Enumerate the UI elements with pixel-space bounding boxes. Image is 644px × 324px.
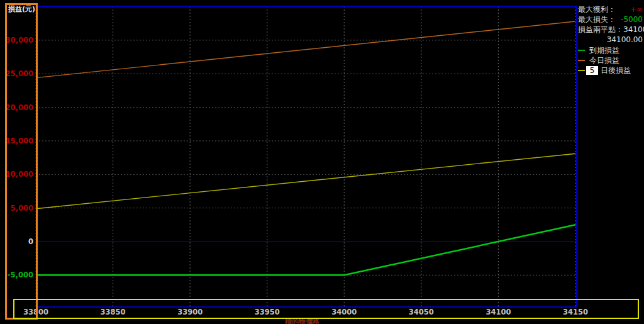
legend-entry-today-pl: 今日損益 bbox=[578, 55, 643, 65]
legend-entry-future-pl: 日後損益 bbox=[578, 65, 643, 75]
stat-row-max-profit: 最大獲利： +∞ bbox=[578, 4, 643, 14]
series-5日後損益 bbox=[36, 154, 575, 208]
future-pl-label: 日後損益 bbox=[601, 65, 631, 76]
legend-entries: 到期損益 今日損益 日後損益 bbox=[578, 45, 643, 75]
future-line-marker-icon bbox=[578, 70, 585, 71]
series-今日損益 bbox=[36, 21, 575, 78]
max-loss-value: -5000 bbox=[621, 14, 643, 25]
max-profit-value: +∞ bbox=[630, 4, 643, 14]
days-input[interactable] bbox=[586, 66, 598, 75]
legend-panel: 最大獲利： +∞ 最大損失： -5000 損益兩平點： 34100 34100.… bbox=[578, 4, 643, 75]
stat-row-breakeven: 損益兩平點： 34100 bbox=[578, 25, 643, 35]
max-profit-label: 最大獲利： bbox=[578, 4, 616, 14]
today-pl-label: 今日損益 bbox=[589, 55, 619, 66]
expiry-pl-label: 到期損益 bbox=[589, 45, 619, 56]
options-profit-loss-chart-screen: 3380033850339003395034000340503410034150… bbox=[0, 0, 644, 324]
series-到期損益 bbox=[36, 225, 575, 275]
max-loss-label: 最大損失： bbox=[578, 14, 616, 25]
x-axis-highlight-box bbox=[13, 299, 639, 319]
today-line-marker-icon bbox=[578, 60, 585, 61]
legend-entry-expiry-pl: 到期損益 bbox=[578, 45, 643, 55]
breakeven-decimal-value: 34100.00 bbox=[607, 35, 643, 45]
stat-row-breakeven-decimal: 34100.00 bbox=[578, 35, 643, 45]
y-axis-highlight-box bbox=[5, 3, 38, 320]
expiry-line-marker-icon bbox=[578, 50, 585, 51]
breakeven-value: 34100 bbox=[623, 25, 644, 35]
breakeven-label: 損益兩平點： bbox=[578, 25, 623, 35]
stat-row-max-loss: 最大損失： -5000 bbox=[578, 14, 643, 25]
profit-loss-plot: 3380033850339003395034000340503410034150… bbox=[0, 0, 644, 324]
